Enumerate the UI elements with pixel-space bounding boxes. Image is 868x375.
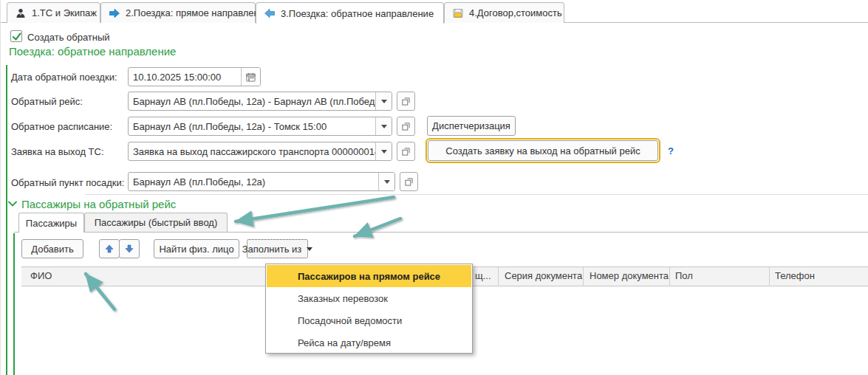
menu-item-charter-transport[interactable]: Заказных перевозок — [267, 287, 471, 309]
tab-label: Пассажиры — [26, 218, 77, 229]
return-trip-label: Обратный рейс: — [11, 96, 83, 107]
dispatch-button[interactable]: Диспетчеризация — [427, 116, 516, 136]
column-header-doc-series[interactable]: Серия документа — [505, 270, 582, 281]
help-link[interactable]: ? — [668, 145, 674, 156]
calendar-icon — [246, 72, 256, 82]
menu-item-label: Посадочной ведомости — [298, 315, 402, 326]
passengers-section-title[interactable]: Пассажиры на обратный рейс — [21, 198, 176, 210]
return-schedule-open-button[interactable] — [397, 117, 415, 136]
open-form-icon — [402, 97, 410, 106]
boarding-point-field[interactable]: Барнаул АВ (пл.Победы, 12а) — [128, 172, 395, 191]
vehicle-request-value: Заявка на выход пассажирского транспорта… — [129, 146, 375, 157]
add-button-label: Добавить — [31, 244, 73, 255]
chevron-down-icon — [381, 150, 387, 154]
create-return-checkbox[interactable] — [10, 30, 22, 42]
column-divider — [498, 266, 499, 286]
column-header-fio[interactable]: ФИО — [30, 270, 52, 281]
tab-label: 1.ТС и Экипаж — [32, 7, 97, 18]
column-header-phone[interactable]: Телефон — [775, 270, 815, 281]
trip-form-window: 1.ТС и Экипаж 2.Поездка: прямое направле… — [0, 0, 868, 375]
create-return-request-button[interactable]: Создать заявку на выход на обратный рейс — [428, 140, 658, 161]
fill-from-label: Заполнить из — [242, 244, 302, 255]
arrow-right-icon — [109, 7, 120, 19]
tab-ts-i-ekipazh[interactable]: 1.ТС и Экипаж — [7, 2, 100, 23]
chevron-down-icon — [381, 125, 387, 128]
tab-trip-return[interactable]: 3.Поездка: обратное направление — [256, 2, 444, 24]
date-field-value: 10.10.2025 15:00:00 — [129, 72, 241, 83]
column-divider — [583, 266, 584, 286]
group-accent-bar — [6, 65, 7, 375]
return-schedule-dropdown-button[interactable] — [375, 117, 392, 135]
return-trip-open-button[interactable] — [397, 92, 415, 111]
annotation-arrow-tab — [236, 197, 394, 221]
boarding-point-open-button[interactable] — [400, 172, 418, 191]
return-schedule-field[interactable]: Барнаул АВ (пл.Победы, 12а) - Томск 15:0… — [128, 117, 392, 136]
vehicle-request-field[interactable]: Заявка на выход пассажирского транспорта… — [128, 142, 392, 161]
return-schedule-value: Барнаул АВ (пл.Победы, 12а) - Томск 15:0… — [129, 121, 375, 132]
column-header-gender[interactable]: Пол — [675, 270, 693, 281]
create-return-label: Создать обратный — [27, 32, 110, 43]
return-trip-field[interactable]: Барнаул АВ (пл.Победы, 12а) - Барнаул АВ… — [128, 92, 392, 111]
menu-item-boarding-sheet[interactable]: Посадочной ведомости — [267, 309, 471, 331]
open-form-icon — [402, 148, 410, 156]
menu-item-label: Рейса на дату/время — [298, 337, 391, 348]
return-trip-dropdown-button[interactable] — [375, 92, 392, 110]
tab-label: Пассажиры (быстрый ввод) — [95, 217, 218, 228]
column-divider — [669, 266, 670, 286]
tab-label: 3.Поездка: обратное направление — [281, 8, 434, 19]
arrow-left-icon — [264, 7, 276, 19]
dispatch-button-label: Диспетчеризация — [432, 120, 510, 131]
chevron-down-icon[interactable] — [8, 201, 17, 207]
return-trip-value: Барнаул АВ (пл.Победы, 12а) - Барнаул АВ… — [129, 96, 375, 107]
date-field[interactable]: 10.10.2025 15:00:00 — [128, 67, 261, 86]
chevron-down-icon — [384, 180, 390, 184]
annotation-arrow-fill-from — [355, 219, 400, 236]
checkmark-icon — [11, 31, 23, 43]
boarding-point-label: Обратный пункт посадки: — [11, 177, 124, 188]
tab-label: 2.Поездка: прямое направление — [126, 7, 270, 18]
move-down-button[interactable] — [119, 239, 140, 258]
page-title: Поездка: обратное направление — [9, 45, 176, 58]
return-schedule-label: Обратное расписание: — [11, 121, 112, 132]
calendar-button[interactable] — [241, 68, 260, 86]
column-divider — [769, 266, 770, 286]
column-header-partial[interactable]: щ... — [475, 270, 491, 281]
menu-item-label: Заказных перевозок — [298, 293, 388, 304]
open-form-icon — [402, 123, 410, 131]
find-person-label: Найти физ. лицо — [159, 244, 233, 255]
open-form-icon — [405, 178, 413, 186]
add-button[interactable]: Добавить — [21, 239, 83, 258]
create-return-request-label: Создать заявку на выход на обратный рейс — [445, 145, 640, 156]
menu-item-passengers-forward-trip[interactable]: Пассажиров на прямом рейсе — [267, 265, 471, 287]
chevron-down-icon — [381, 100, 387, 103]
passenger-tabs-divider — [14, 232, 868, 233]
move-up-button[interactable] — [99, 239, 120, 258]
column-header-doc-number[interactable]: Номер документа — [590, 270, 669, 281]
vehicle-request-open-button[interactable] — [397, 142, 415, 161]
subgroup-accent-bar — [13, 233, 15, 375]
person-icon — [15, 7, 27, 19]
tab-passengers[interactable]: Пассажиры — [18, 213, 84, 233]
date-field-label: Дата обратной поездки: — [11, 72, 117, 83]
tab-contract-cost[interactable]: 4.Договор,стоимость — [444, 2, 564, 23]
menu-item-trip-by-datetime[interactable]: Рейса на дату/время — [267, 331, 471, 354]
fill-from-menu: Пассажиров на прямом рейсе Заказных пере… — [265, 264, 473, 354]
menu-item-label: Пассажиров на прямом рейсе — [298, 271, 440, 282]
tab-label: 4.Договор,стоимость — [469, 7, 562, 18]
vehicle-request-dropdown-button[interactable] — [375, 142, 392, 160]
fill-from-button[interactable]: Заполнить из — [247, 239, 308, 258]
tab-trip-forward[interactable]: 2.Поездка: прямое направление — [100, 2, 256, 23]
boarding-point-dropdown-button[interactable] — [378, 173, 394, 190]
boarding-point-value: Барнаул АВ (пл.Победы, 12а) — [129, 176, 378, 188]
tab-passengers-quick-entry[interactable]: Пассажиры (быстрый ввод) — [84, 213, 228, 232]
document-icon — [452, 7, 464, 19]
group-separator — [85, 194, 868, 195]
chevron-down-icon — [307, 247, 312, 251]
arrow-down-icon — [125, 244, 134, 253]
vehicle-request-label: Заявка на выход ТС: — [11, 146, 104, 157]
find-person-button[interactable]: Найти физ. лицо — [154, 239, 239, 258]
arrow-up-icon — [105, 244, 114, 253]
